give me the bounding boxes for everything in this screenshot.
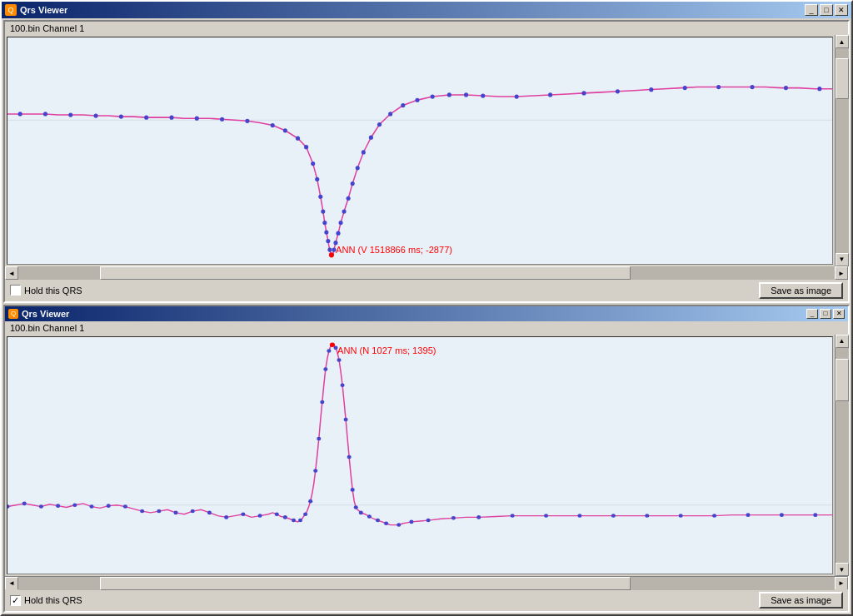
- svg-point-43: [515, 94, 519, 98]
- svg-point-13: [283, 128, 287, 132]
- vscroll-1[interactable]: ▲ ▼: [835, 35, 848, 266]
- svg-point-60: [72, 503, 77, 507]
- svg-point-105: [679, 514, 683, 518]
- svg-point-61: [89, 504, 93, 509]
- hscroll-left-btn-1[interactable]: ◄: [5, 266, 18, 280]
- hscroll-thumb-1[interactable]: [100, 266, 631, 280]
- svg-point-4: [68, 112, 72, 117]
- svg-point-5: [94, 113, 98, 117]
- svg-point-107: [746, 513, 750, 517]
- svg-point-19: [321, 209, 325, 213]
- channel-label-1: 100.bin Channel 1: [5, 22, 848, 35]
- inner-maximize-btn-2[interactable]: □: [820, 309, 831, 319]
- svg-point-52: [817, 87, 821, 91]
- svg-point-63: [123, 504, 127, 509]
- outer-title-bar: Q Qrs Viewer _ □ ✕: [2, 2, 851, 18]
- svg-point-31: [351, 181, 355, 186]
- svg-point-108: [780, 513, 784, 517]
- svg-point-62: [107, 504, 111, 508]
- hscroll-track-2[interactable]: [18, 577, 835, 590]
- hscroll-right-btn-1[interactable]: ►: [835, 266, 848, 280]
- inner-close-btn-2[interactable]: ✕: [833, 309, 845, 319]
- bottom-bar-1: Hold this QRS Save as image: [5, 280, 848, 301]
- outer-title-text: Qrs Viewer: [20, 5, 805, 15]
- hold-qrs-wrap-1: Hold this QRS: [10, 285, 82, 296]
- hold-qrs-checkbox-1[interactable]: [10, 285, 21, 296]
- svg-point-14: [296, 137, 300, 141]
- svg-point-42: [481, 93, 485, 97]
- svg-point-22: [326, 239, 330, 243]
- chart-container-2: ANN (N 1027 ms; 1395) ▲ ▼: [5, 335, 848, 576]
- vscroll-thumb-1[interactable]: [836, 58, 849, 99]
- svg-point-106: [712, 514, 716, 518]
- svg-point-86: [341, 383, 345, 387]
- svg-point-70: [241, 512, 245, 516]
- hscroll-2[interactable]: ◄ ►: [5, 576, 848, 589]
- vscroll-track-1[interactable]: [836, 48, 849, 253]
- outer-title-buttons: _ □ ✕: [805, 4, 848, 16]
- vscroll-down-btn-2[interactable]: ▼: [836, 563, 849, 576]
- svg-point-95: [397, 523, 401, 527]
- svg-point-68: [207, 510, 212, 514]
- outer-maximize-btn[interactable]: □: [820, 4, 833, 16]
- svg-point-88: [347, 455, 352, 459]
- svg-point-34: [369, 136, 373, 140]
- svg-point-93: [376, 519, 380, 523]
- svg-point-79: [317, 436, 321, 440]
- svg-point-11: [245, 119, 249, 123]
- svg-point-51: [784, 86, 788, 90]
- svg-point-27: [336, 231, 340, 236]
- hscroll-track-1[interactable]: [18, 266, 835, 280]
- hold-qrs-checkbox-2[interactable]: ✓: [10, 595, 21, 606]
- svg-point-78: [313, 469, 317, 473]
- vscroll-track-2[interactable]: [836, 348, 849, 563]
- save-image-btn-2[interactable]: Save as image: [759, 592, 843, 609]
- hscroll-thumb-2[interactable]: [100, 577, 631, 590]
- svg-point-47: [649, 87, 653, 92]
- svg-point-20: [322, 221, 327, 225]
- svg-point-29: [342, 209, 347, 213]
- svg-point-12: [271, 123, 275, 127]
- vscroll-up-btn-1[interactable]: ▲: [836, 35, 849, 48]
- svg-point-59: [56, 504, 60, 508]
- save-image-btn-1[interactable]: Save as image: [759, 282, 843, 299]
- svg-point-109: [813, 513, 817, 517]
- svg-point-37: [401, 103, 405, 107]
- svg-point-57: [22, 501, 27, 505]
- qrs-inner-title-bar-2: Q Qrs Viewer _ □ ✕: [5, 306, 848, 321]
- svg-point-7: [144, 116, 148, 120]
- outer-close-btn[interactable]: ✕: [835, 4, 848, 16]
- svg-point-73: [283, 515, 287, 519]
- chart-svg-2: ANN (N 1027 ms; 1395): [7, 337, 832, 574]
- svg-point-104: [645, 514, 649, 518]
- vscroll-2[interactable]: ▲ ▼: [835, 335, 848, 576]
- svg-point-48: [683, 86, 687, 90]
- svg-point-100: [511, 514, 515, 518]
- svg-point-87: [344, 417, 348, 421]
- hscroll-right-btn-2[interactable]: ►: [835, 577, 848, 590]
- hscroll-left-btn-2[interactable]: ◄: [5, 577, 18, 590]
- hscroll-1[interactable]: ◄ ►: [5, 266, 848, 280]
- svg-point-92: [367, 514, 372, 519]
- svg-rect-54: [7, 337, 832, 574]
- svg-point-85: [337, 358, 341, 362]
- svg-point-58: [39, 504, 43, 509]
- svg-point-110: [330, 342, 335, 347]
- vscroll-down-btn-1[interactable]: ▼: [836, 253, 849, 266]
- svg-point-18: [318, 195, 322, 199]
- qrs-panel-2: Q Qrs Viewer _ □ ✕ 100.bin Channel 1: [3, 305, 850, 613]
- svg-point-98: [451, 516, 456, 520]
- svg-point-91: [359, 510, 363, 514]
- svg-point-2: [18, 112, 22, 116]
- svg-point-82: [327, 349, 331, 353]
- inner-minimize-btn-2[interactable]: _: [806, 309, 818, 319]
- svg-point-15: [304, 145, 308, 149]
- svg-point-65: [157, 509, 161, 514]
- annotation-1: ANN (V 1518866 ms; -2877): [336, 245, 452, 255]
- outer-window: Q Qrs Viewer _ □ ✕ 100.bin Channel 1: [0, 0, 853, 616]
- vscroll-thumb-2[interactable]: [836, 359, 849, 402]
- outer-minimize-btn[interactable]: _: [805, 4, 818, 16]
- svg-point-76: [303, 512, 307, 516]
- vscroll-up-btn-2[interactable]: ▲: [836, 335, 849, 348]
- svg-point-72: [275, 512, 279, 516]
